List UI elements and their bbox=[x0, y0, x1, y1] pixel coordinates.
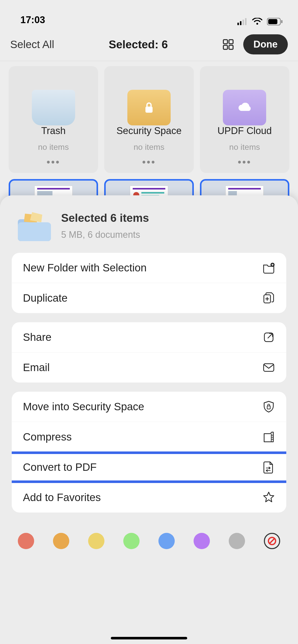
folder-plus-icon bbox=[262, 261, 275, 274]
color-swatch[interactable] bbox=[18, 533, 34, 549]
color-swatch[interactable] bbox=[158, 533, 175, 549]
wifi-icon bbox=[252, 18, 262, 25]
more-icon[interactable]: ••• bbox=[142, 156, 156, 168]
action-shield-lock[interactable]: Move into Security Space bbox=[12, 392, 286, 422]
svg-rect-9 bbox=[223, 45, 227, 49]
share-icon bbox=[262, 331, 275, 344]
color-tag-row bbox=[0, 522, 298, 564]
folder-card-security[interactable]: Security Space no items ••• bbox=[104, 66, 194, 173]
action-mail[interactable]: Email bbox=[12, 352, 286, 383]
grid-view-icon[interactable] bbox=[222, 39, 234, 50]
action-archive[interactable]: Compress bbox=[12, 422, 286, 452]
action-label: Add to Favorites bbox=[23, 491, 101, 504]
svg-rect-3 bbox=[245, 18, 247, 25]
clear-color-icon[interactable] bbox=[264, 533, 280, 549]
sheet-subtitle: 5 MB, 6 documents bbox=[61, 229, 149, 240]
svg-rect-0 bbox=[237, 23, 239, 25]
archive-icon bbox=[262, 431, 275, 443]
shield-lock-icon bbox=[262, 400, 275, 413]
folder-title: Security Space bbox=[116, 125, 182, 136]
done-button[interactable]: Done bbox=[243, 34, 288, 54]
folder-subtitle: no items bbox=[229, 142, 260, 152]
cellular-icon bbox=[237, 18, 248, 25]
home-indicator bbox=[111, 637, 187, 639]
folder-icon bbox=[18, 211, 51, 241]
status-right bbox=[237, 18, 283, 25]
cloud-folder-icon bbox=[223, 90, 266, 125]
action-label: Move into Security Space bbox=[23, 401, 144, 413]
action-group: ShareEmail bbox=[12, 322, 286, 383]
action-label: Email bbox=[23, 361, 50, 374]
lock-folder-icon bbox=[127, 90, 171, 125]
svg-line-18 bbox=[269, 538, 275, 544]
status-bar: 17:03 bbox=[0, 0, 298, 28]
battery-icon bbox=[267, 18, 283, 25]
more-icon[interactable]: ••• bbox=[238, 156, 251, 168]
svg-rect-2 bbox=[242, 20, 244, 25]
select-all-button[interactable]: Select All bbox=[10, 38, 54, 51]
trash-icon bbox=[32, 90, 75, 125]
nav-bar: Select All Selected: 6 Done bbox=[0, 28, 298, 61]
mail-icon bbox=[262, 361, 275, 374]
more-icon[interactable]: ••• bbox=[47, 156, 60, 168]
svg-rect-8 bbox=[229, 40, 233, 44]
folder-title: UPDF Cloud bbox=[218, 125, 272, 136]
folder-card-cloud[interactable]: UPDF Cloud no items ••• bbox=[200, 66, 289, 173]
nav-title: Selected: 6 bbox=[109, 38, 168, 51]
action-label: Convert to PDF bbox=[23, 461, 97, 473]
action-label: Compress bbox=[23, 431, 72, 443]
action-label: Duplicate bbox=[23, 292, 67, 304]
action-copy-plus[interactable]: Duplicate bbox=[12, 283, 286, 313]
sheet-title: Selected 6 items bbox=[61, 212, 149, 224]
svg-rect-1 bbox=[240, 21, 241, 25]
file-convert-icon bbox=[262, 461, 275, 474]
folder-subtitle: no items bbox=[134, 142, 165, 152]
folder-card-trash[interactable]: Trash no items ••• bbox=[9, 66, 98, 173]
color-swatch[interactable] bbox=[53, 533, 69, 549]
action-sheet: Selected 6 items 5 MB, 6 documents New F… bbox=[0, 195, 298, 644]
copy-plus-icon bbox=[262, 292, 275, 304]
svg-rect-11 bbox=[145, 107, 153, 113]
folder-subtitle: no items bbox=[38, 142, 69, 152]
color-swatch[interactable] bbox=[88, 533, 104, 549]
color-swatch[interactable] bbox=[123, 533, 140, 549]
svg-rect-5 bbox=[268, 19, 277, 24]
color-swatch[interactable] bbox=[194, 533, 210, 549]
svg-rect-6 bbox=[281, 20, 282, 23]
action-folder-plus[interactable]: New Folder with Selection bbox=[12, 253, 286, 283]
folder-title: Trash bbox=[41, 125, 66, 136]
action-label: New Folder with Selection bbox=[23, 262, 147, 274]
action-file-convert[interactable]: Convert to PDF bbox=[12, 452, 286, 482]
svg-rect-10 bbox=[229, 45, 233, 49]
star-icon bbox=[262, 491, 275, 504]
color-swatch[interactable] bbox=[229, 533, 245, 549]
action-group: Move into Security SpaceCompressConvert … bbox=[12, 392, 286, 513]
action-group: New Folder with SelectionDuplicate bbox=[12, 253, 286, 313]
svg-rect-7 bbox=[223, 40, 227, 44]
svg-rect-16 bbox=[267, 406, 270, 409]
action-share[interactable]: Share bbox=[12, 322, 286, 352]
status-time: 17:03 bbox=[15, 14, 45, 25]
action-star[interactable]: Add to Favorites bbox=[12, 482, 286, 513]
action-label: Share bbox=[23, 331, 51, 343]
svg-rect-15 bbox=[264, 364, 274, 371]
sheet-header: Selected 6 items 5 MB, 6 documents bbox=[0, 195, 298, 253]
